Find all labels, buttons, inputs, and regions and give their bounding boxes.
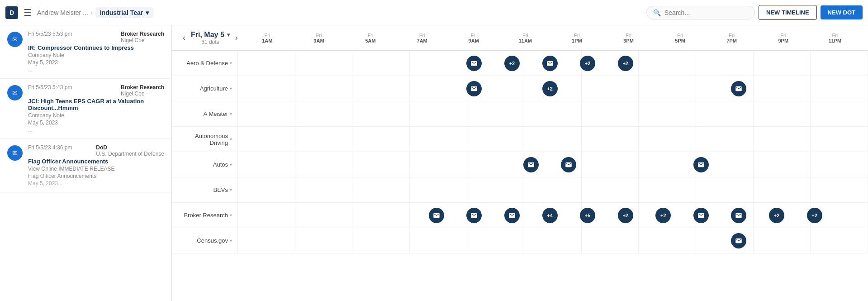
dot-6-7[interactable] <box>693 208 709 223</box>
dot-4-2[interactable] <box>693 157 709 172</box>
dot-0-3[interactable]: +2 <box>580 56 595 71</box>
row-label-text: Agriculture <box>200 85 228 92</box>
timeline-col-header-2: Fri5AM <box>345 33 396 43</box>
row-label-text: Census.gov <box>197 237 228 244</box>
dot-4-1[interactable] <box>561 157 576 172</box>
main-layout: ✉ Fri 5/5/23 5:53 pm Broker ResearchNige… <box>0 25 868 301</box>
row-expand-icon[interactable]: ▾ <box>230 238 232 243</box>
row-expand-icon[interactable]: ▾ <box>230 162 232 167</box>
dot-6-1[interactable] <box>466 208 482 223</box>
dot-6-9[interactable]: +2 <box>769 208 784 223</box>
row-label-text: Autonomous Driving <box>179 133 228 146</box>
top-nav: D ☰ Andrew Meister ... › Industrial Tear… <box>0 0 868 25</box>
left-panel: ✉ Fri 5/5/23 5:53 pm Broker ResearchNige… <box>0 25 172 301</box>
timeline-row-label-7: Census.gov▾ <box>172 237 237 244</box>
timeline-col-header-6: Fri1PM <box>551 33 602 43</box>
dot-6-2[interactable] <box>504 208 520 223</box>
dot-6-0[interactable] <box>429 208 444 223</box>
card-avatar-2: ✉ <box>7 145 23 161</box>
timeline-prev-button[interactable]: ‹ <box>179 31 189 44</box>
timeline-col-header-5: Fri11AM <box>499 33 551 43</box>
search-input[interactable] <box>664 9 748 16</box>
timeline-row-label-3: Autonomous Driving▾ <box>172 133 237 146</box>
card-meta-0: Fri 5/5/23 5:53 pm Broker ResearchNigel … <box>28 31 164 43</box>
timeline-columns-header: Fri1AMFri3AMFri5AMFri7AMFri9AMFri11AMFri… <box>242 33 861 43</box>
card-title-1: JCI: High Teens EPS CAGR at a Valuation … <box>28 98 164 111</box>
timeline-col-header-9: Fri7PM <box>706 33 758 43</box>
dot-7-0[interactable] <box>731 233 746 248</box>
search-icon: 🔍 <box>653 9 661 16</box>
row-expand-icon[interactable]: ▾ <box>230 86 232 91</box>
timeline-row-content-7 <box>237 228 868 253</box>
card-date-label-2: Fri 5/5/23 4:36 pm <box>28 144 72 157</box>
dot-6-6[interactable]: +2 <box>655 208 671 223</box>
timeline-date-dropdown[interactable]: ▾ <box>227 32 230 38</box>
timeline-row-content-0: +2+2+2 <box>237 51 868 76</box>
breadcrumb-parent[interactable]: Andrew Meister ... <box>37 9 88 16</box>
row-expand-icon[interactable]: ▾ <box>230 111 232 116</box>
card-meta-2: Fri 5/5/23 4:36 pm DoDU.S. Department of… <box>28 144 164 157</box>
row-expand-icon[interactable]: ▾ <box>230 213 232 218</box>
timeline-row-content-4 <box>237 152 868 177</box>
timeline-row-6: Broker Research▾+4+5+2+2+2+2 <box>172 203 868 228</box>
card-body-1: Fri 5/5/23 5:43 pm Broker ResearchNigel … <box>28 84 164 133</box>
timeline-row-content-6: +4+5+2+2+2+2 <box>237 203 868 228</box>
timeline-date-block: Fri, May 5 ▾ 61 dots <box>191 31 230 45</box>
dot-6-5[interactable]: +2 <box>618 208 633 223</box>
breadcrumb-current[interactable]: Industrial Tear ▾ <box>95 7 153 18</box>
dot-4-0[interactable] <box>523 157 539 172</box>
dot-1-2[interactable] <box>731 81 746 96</box>
hamburger-menu[interactable]: ☰ <box>22 5 33 20</box>
new-dot-button[interactable]: NEW DOT <box>821 5 863 19</box>
row-expand-icon[interactable]: ▾ <box>230 187 232 192</box>
card-source-1: Broker ResearchNigel Coe <box>121 84 164 97</box>
card-title-0: IR: Compressor Continues to Impress <box>28 44 164 51</box>
card-title-2: Flag Officer Announcements <box>28 158 164 165</box>
timeline-next-button[interactable]: › <box>232 31 242 44</box>
timeline-panel: ‹ Fri, May 5 ▾ 61 dots › Fri1AMFri3AMFri… <box>172 25 868 301</box>
timeline-row-4: Autos▾ <box>172 152 868 177</box>
card-0[interactable]: ✉ Fri 5/5/23 5:53 pm Broker ResearchNige… <box>0 25 171 79</box>
card-avatar-0: ✉ <box>7 32 23 47</box>
dot-6-4[interactable]: +5 <box>580 208 595 223</box>
dot-0-2[interactable] <box>542 56 558 71</box>
dot-6-8[interactable] <box>731 208 746 223</box>
dot-1-1[interactable]: +2 <box>542 81 558 96</box>
row-label-text: BEVs <box>213 186 228 193</box>
timeline-col-header-1: Fri3AM <box>293 33 345 43</box>
card-source-2: DoDU.S. Department of Defense <box>96 144 164 157</box>
row-label-text: Broker Research <box>184 212 228 219</box>
dot-0-1[interactable]: +2 <box>504 56 520 71</box>
dot-1-0[interactable] <box>466 81 482 96</box>
card-date-2: Flag Officer Announcements <box>28 173 164 179</box>
dot-6-10[interactable]: +2 <box>807 208 822 223</box>
row-expand-icon[interactable]: ▾ <box>230 137 232 142</box>
card-1[interactable]: ✉ Fri 5/5/23 5:43 pm Broker ResearchNige… <box>0 79 171 139</box>
timeline-col-header-4: Fri9AM <box>448 33 499 43</box>
card-avatar-1: ✉ <box>7 85 23 100</box>
dot-0-4[interactable]: +2 <box>618 56 633 71</box>
timeline-col-header-7: Fri3PM <box>602 33 654 43</box>
timeline-row-5: BEVs▾ <box>172 177 868 203</box>
card-excerpt-0: ... <box>28 67 164 73</box>
timeline-col-header-11: Fri11PM <box>809 33 861 43</box>
timeline-row-2: A Meister▾ <box>172 101 868 127</box>
new-timeline-button[interactable]: NEW TIMELINE <box>759 5 817 20</box>
timeline-col-header-8: Fri5PM <box>655 33 706 43</box>
card-2[interactable]: ✉ Fri 5/5/23 4:36 pm DoDU.S. Department … <box>0 139 171 192</box>
card-date-label-0: Fri 5/5/23 5:53 pm <box>28 31 72 43</box>
dot-0-0[interactable] <box>466 56 482 71</box>
row-expand-icon[interactable]: ▾ <box>230 61 232 66</box>
timeline-col-header-10: Fri9PM <box>758 33 809 43</box>
timeline-col-header-0: Fri1AM <box>242 33 293 43</box>
timeline-row-content-2 <box>237 101 868 126</box>
search-box[interactable]: 🔍 <box>646 6 755 19</box>
timeline-row-content-3 <box>237 127 868 152</box>
row-label-text: Autos <box>213 161 228 168</box>
dot-6-3[interactable]: +4 <box>542 208 558 223</box>
card-date-0: May 5, 2023 <box>28 59 164 66</box>
timeline-body[interactable]: Aero & Defense▾+2+2+2Agriculture▾+2A Mei… <box>172 51 868 301</box>
app-logo[interactable]: D <box>5 6 18 19</box>
timeline-row-content-5 <box>237 177 868 202</box>
breadcrumb: Andrew Meister ... › Industrial Tear ▾ <box>37 7 153 18</box>
